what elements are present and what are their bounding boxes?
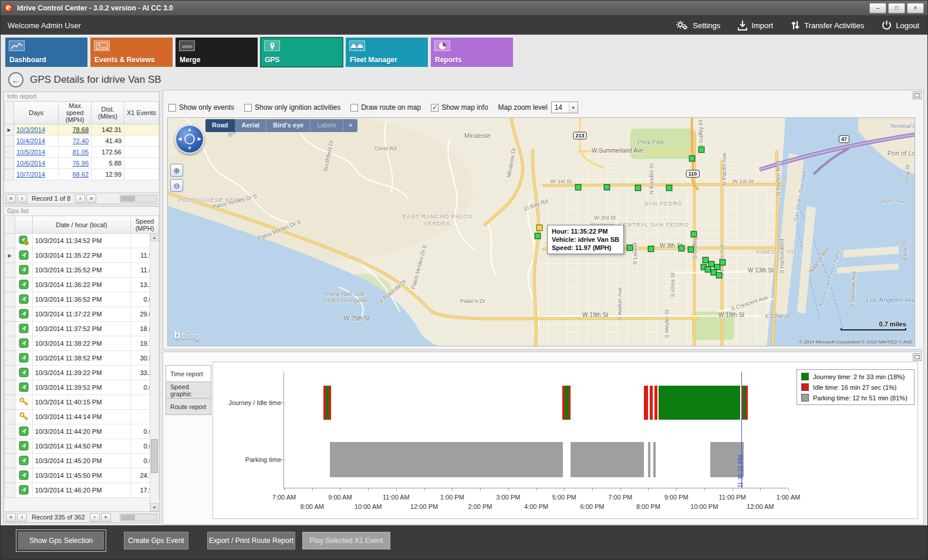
gps-marker[interactable]: [698, 147, 704, 153]
gps-datetime-cell[interactable]: 10/3/2014 11:35:52 PM: [32, 263, 130, 278]
checkbox-icon[interactable]: [168, 104, 176, 112]
gps-datetime-cell[interactable]: 10/3/2014 11:40:15 PM: [32, 395, 130, 410]
table-row[interactable]: 10/4/201472.4041.49: [5, 136, 159, 147]
map-compass-control[interactable]: ▲ ▼ ◀ ▶: [175, 124, 204, 154]
table-row[interactable]: 10/5/201481.05172.56: [5, 147, 159, 158]
menu-transfer-activities-button[interactable]: Transfer Activities: [791, 20, 864, 31]
tab-events-reviews[interactable]: Events & Reviews: [90, 38, 173, 67]
info-column-header[interactable]: Dist. (Miles): [92, 102, 124, 124]
gps-datetime-cell[interactable]: 10/3/2014 11:38:52 PM: [32, 351, 130, 366]
checkbox-icon[interactable]: [350, 104, 358, 112]
checkbox-icon[interactable]: [244, 104, 252, 112]
list-item[interactable]: 10/3/2014 11:44:20 PM0.00: [5, 424, 159, 439]
gps-datetime-cell[interactable]: 10/3/2014 11:44:14 PM: [32, 410, 130, 424]
maximize-button[interactable]: □: [888, 3, 905, 14]
tab-merge[interactable]: MMMMerge: [176, 38, 258, 67]
minimize-button[interactable]: –: [869, 3, 886, 14]
list-item[interactable]: 10/3/2014 11:39:52 PM0.00: [5, 380, 159, 395]
gps-datetime-cell[interactable]: 10/3/2014 11:45:20 PM: [32, 454, 130, 468]
gps-last-record-button[interactable]: »: [101, 513, 111, 522]
info-max-speed-cell[interactable]: 76.95: [59, 158, 92, 169]
tab-route-report[interactable]: Route report: [166, 398, 211, 415]
gps-hscrollbar[interactable]: [120, 514, 157, 521]
gps-datetime-cell[interactable]: 10/3/2014 11:36:52 PM: [32, 292, 130, 307]
gps-datetime-cell[interactable]: 10/3/2014 11:35:22 PM: [32, 248, 130, 263]
tab-gps[interactable]: GPS: [261, 38, 343, 67]
gps-column-header[interactable]: Date / hour (local): [32, 216, 130, 234]
gps-datetime-cell[interactable]: 10/3/2014 11:36:22 PM: [32, 278, 130, 292]
menu-logout-button[interactable]: Logout: [882, 20, 919, 31]
show-gps-selection-button[interactable]: Show Gps Selection: [18, 532, 104, 549]
list-item[interactable]: 10/3/2014 11:44:14 PM: [5, 410, 159, 424]
list-item[interactable]: 10/3/2014 11:45:20 PM0.00: [5, 454, 159, 468]
list-item[interactable]: 10/3/2014 11:35:52 PM11.47: [5, 263, 159, 278]
pan-down-icon[interactable]: ▼: [187, 146, 192, 151]
chevron-down-icon[interactable]: ▼: [569, 102, 578, 113]
export-print-route-report-button[interactable]: Export / Print Route Report: [207, 532, 295, 549]
table-row[interactable]: ▶10/3/201478.68142.31: [5, 124, 159, 136]
tab-speed-graphic[interactable]: Speed graphic: [166, 382, 211, 399]
info-column-header[interactable]: X1 Events: [124, 102, 159, 124]
create-gps-event-button[interactable]: Create Gps Event: [124, 532, 188, 549]
map-zoom-select[interactable]: 14 ▼: [551, 102, 578, 113]
pan-up-icon[interactable]: ▲: [187, 127, 192, 132]
menu-settings-button[interactable]: Settings: [676, 20, 720, 31]
list-item[interactable]: 10/3/2014 11:37:22 PM29.05: [5, 307, 159, 322]
back-button[interactable]: ←: [8, 72, 23, 87]
gps-datetime-cell[interactable]: 10/3/2014 11:44:20 PM: [32, 424, 130, 439]
info-days-cell[interactable]: 10/7/2014: [14, 169, 59, 180]
gps-marker[interactable]: [635, 185, 641, 191]
list-item[interactable]: 10/3/2014 11:40:15 PM: [5, 395, 159, 410]
checkbox-icon[interactable]: ✓: [431, 104, 438, 112]
gps-datetime-cell[interactable]: 10/3/2014 11:34:52 PM: [32, 234, 130, 248]
info-days-cell[interactable]: 10/3/2014: [14, 124, 59, 136]
info-prev-record-button[interactable]: ‹: [17, 194, 27, 203]
map-panel-collapse-button[interactable]: [913, 92, 922, 99]
scroll-thumb[interactable]: [121, 196, 135, 201]
selected-gps-marker[interactable]: [536, 225, 542, 231]
checkbox-show-only-ignition-activities[interactable]: Show only ignition activities: [244, 103, 340, 112]
pan-right-icon[interactable]: ▶: [198, 137, 201, 141]
gps-marker[interactable]: [535, 233, 541, 239]
gps-datetime-cell[interactable]: 10/3/2014 11:39:52 PM: [32, 380, 130, 395]
info-max-speed-cell[interactable]: 68.62: [59, 169, 92, 180]
scroll-thumb[interactable]: [121, 515, 135, 520]
gps-prev-record-button[interactable]: ‹: [17, 513, 27, 522]
gps-marker[interactable]: [705, 266, 711, 272]
chart-panel-collapse-button[interactable]: [913, 353, 922, 361]
info-days-cell[interactable]: 10/4/2014: [14, 136, 59, 147]
map-view-road[interactable]: Road: [205, 119, 235, 132]
gps-marker[interactable]: [703, 257, 708, 263]
gps-marker[interactable]: [716, 272, 722, 278]
info-column-header[interactable]: Days: [14, 102, 59, 124]
list-item[interactable]: 10/3/2014 11:45:50 PM24.75: [5, 468, 159, 483]
pan-left-icon[interactable]: ◀: [178, 137, 181, 141]
map-canvas[interactable]: RoadAerialBird's eyeLabels« ▲ ▼ ◀ ▶ ⊕ ⊖ …: [167, 117, 915, 346]
map-view-aerial[interactable]: Aerial: [235, 119, 267, 132]
info-hscrollbar[interactable]: [120, 195, 157, 203]
gps-marker[interactable]: [575, 184, 581, 190]
tab-dashboard[interactable]: Dashboard: [5, 38, 87, 67]
gps-datetime-cell[interactable]: 10/3/2014 11:37:52 PM: [32, 322, 130, 336]
tab-time-report[interactable]: Time report: [166, 365, 211, 382]
info-days-cell[interactable]: 10/6/2014: [14, 158, 59, 169]
scroll-down-icon[interactable]: ▼: [150, 503, 158, 511]
info-last-record-button[interactable]: »: [86, 194, 96, 203]
list-item[interactable]: 10/3/2014 11:34:52 PM: [5, 234, 159, 248]
info-max-speed-cell[interactable]: 72.40: [59, 136, 92, 147]
gps-marker[interactable]: [679, 245, 684, 251]
info-next-record-button[interactable]: ›: [75, 194, 85, 203]
map-zoom-in-button[interactable]: ⊕: [170, 164, 183, 177]
list-item[interactable]: 10/3/2014 11:38:22 PM19.70: [5, 336, 159, 351]
info-first-record-button[interactable]: «: [6, 194, 16, 203]
gps-datetime-cell[interactable]: 10/3/2014 11:39:22 PM: [32, 366, 130, 380]
tab-reports[interactable]: Reports: [431, 38, 513, 67]
gps-marker[interactable]: [689, 156, 695, 161]
info-max-speed-cell[interactable]: 78.68: [59, 124, 92, 136]
info-max-speed-cell[interactable]: 81.05: [59, 147, 92, 158]
checkbox-draw-route-on-map[interactable]: Draw route on map: [350, 103, 421, 112]
gps-datetime-cell[interactable]: 10/3/2014 11:45:50 PM: [32, 468, 130, 483]
gps-datetime-cell[interactable]: 10/3/2014 11:37:22 PM: [32, 307, 130, 322]
info-days-cell[interactable]: 10/5/2014: [14, 147, 59, 158]
gps-marker[interactable]: [648, 246, 654, 252]
